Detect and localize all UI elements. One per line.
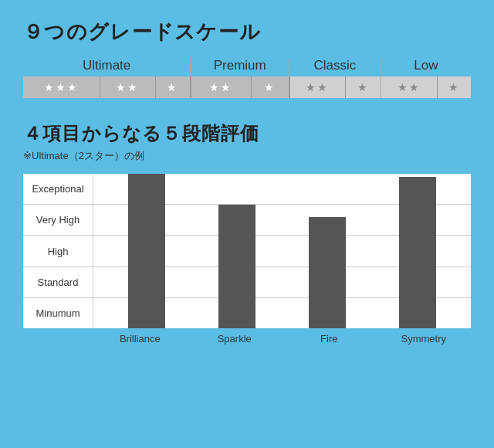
y-label-high: High <box>23 236 93 266</box>
bars-row <box>93 174 471 328</box>
star-cell-5: ★ <box>252 76 289 98</box>
y-label-standard: Standard <box>23 267 93 298</box>
chart-area <box>93 174 471 328</box>
bar-sparkle-wrapper <box>191 174 282 328</box>
section2-subtitle: ※Ultimate（2スター）の例 <box>23 149 471 163</box>
star-cell-7: ★ <box>346 76 381 98</box>
bar-symmetry <box>399 177 436 328</box>
grade-premium-label: Premium <box>191 58 289 76</box>
x-label-sparkle: Sparkle <box>188 333 283 344</box>
x-label-fire: Fire <box>282 333 377 344</box>
bar-fire-wrapper <box>283 174 373 328</box>
bar-brilliance-wrapper <box>101 174 191 328</box>
section2-title: ４項目からなる５段階評価 <box>23 121 471 146</box>
section1: ９つのグレードスケール Ultimate Premium Classic Low <box>23 19 471 98</box>
grade-classic-label: Classic <box>289 58 381 76</box>
grade-ultimate-label: Ultimate <box>23 58 191 76</box>
star-cell-2: ★★ <box>100 76 155 98</box>
star-cell-6: ★★ <box>289 76 346 98</box>
section1-title: ９つのグレードスケール <box>23 19 471 46</box>
section2: ４項目からなる５段階評価 ※Ultimate（2スター）の例 Exception… <box>23 121 471 344</box>
star-cell-4: ★★ <box>191 76 252 98</box>
bar-brilliance <box>128 174 165 328</box>
x-label-brilliance: Brilliance <box>93 333 188 344</box>
star-cell-9: ★ <box>437 76 471 98</box>
grade-stars-row: ★★★ ★★ ★ ★★ ★ ★★ ★ ★★ ★ <box>23 76 471 98</box>
x-axis-labels: Brilliance Sparkle Fire Symmetry <box>23 333 471 344</box>
grade-header-row: Ultimate Premium Classic Low <box>23 58 471 76</box>
star-cell-3: ★ <box>155 76 190 98</box>
bar-sparkle <box>218 205 255 328</box>
bar-symmetry-wrapper <box>373 174 463 328</box>
grade-scale-table: Ultimate Premium Classic Low ★★★ ★★ <box>23 58 471 98</box>
y-label-minumum: Minumum <box>23 298 93 328</box>
x-label-symmetry: Symmetry <box>377 333 472 344</box>
chart-inner: Exceptional Very High High Standard Minu… <box>23 174 471 328</box>
y-axis-labels: Exceptional Very High High Standard Minu… <box>23 174 93 328</box>
bar-fire <box>309 217 346 328</box>
grade-low-label: Low <box>381 58 471 76</box>
y-label-exceptional: Exceptional <box>23 174 93 205</box>
star-cell-1: ★★★ <box>23 76 100 98</box>
chart-container: Exceptional Very High High Standard Minu… <box>23 174 471 328</box>
y-label-veryhigh: Very High <box>23 205 93 236</box>
page-container: ９つのグレードスケール Ultimate Premium Classic Low <box>0 0 494 360</box>
star-cell-8: ★★ <box>381 76 437 98</box>
